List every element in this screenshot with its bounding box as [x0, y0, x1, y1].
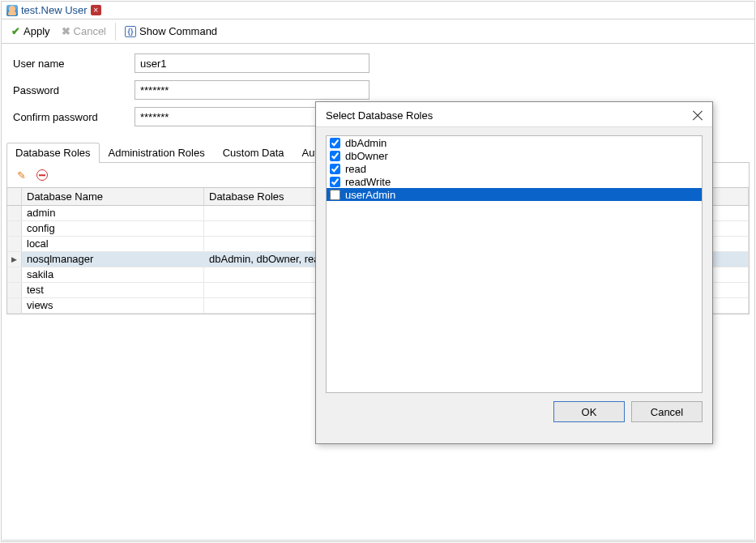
row-indicator — [7, 283, 22, 297]
show-command-label: Show Command — [139, 25, 217, 37]
role-label: readWrite — [345, 176, 391, 188]
row-indicator — [7, 206, 22, 220]
user-icon — [6, 5, 18, 16]
cell-database-name: config — [22, 221, 204, 236]
delete-minus-icon — [36, 169, 48, 181]
role-label: read — [345, 163, 366, 175]
dialog-close-button[interactable] — [691, 109, 704, 122]
role-checkbox[interactable] — [330, 138, 340, 148]
tab-custom-data[interactable]: Custom Data — [214, 143, 293, 163]
row-indicator — [7, 267, 22, 282]
row-indicator — [7, 237, 22, 251]
check-icon: ✔ — [11, 25, 20, 37]
row-indicator — [7, 252, 22, 267]
role-label: dbOwner — [345, 150, 388, 162]
role-checkbox[interactable] — [330, 177, 340, 187]
role-label: userAdmin — [345, 189, 395, 201]
document-tab-label: test.New User — [21, 4, 88, 16]
role-item-userAdmin[interactable]: userAdmin — [327, 188, 702, 201]
apply-label: Apply — [23, 25, 50, 37]
cell-database-name: admin — [22, 206, 204, 220]
roles-listbox[interactable]: dbAdmindbOwnerreadreadWriteuserAdmin — [326, 135, 703, 393]
close-tab-button[interactable]: × — [91, 5, 101, 15]
cancel-x-icon: ✖ — [62, 25, 70, 37]
role-label: dbAdmin — [345, 137, 387, 149]
cell-database-name: sakila — [22, 267, 204, 282]
confirm-password-label: Confirm password — [13, 111, 135, 123]
tab-administration-roles[interactable]: Administration Roles — [100, 143, 214, 163]
role-checkbox[interactable] — [330, 151, 340, 161]
username-input[interactable] — [135, 53, 369, 73]
tab-database-roles[interactable]: Database Roles — [6, 143, 100, 163]
role-item-readWrite[interactable]: readWrite — [327, 175, 702, 188]
command-icon: {} — [125, 26, 136, 37]
grid-header-name[interactable]: Database Name — [22, 188, 204, 205]
select-roles-dialog: Select Database Roles dbAdmindbOwnerread… — [315, 101, 713, 444]
dialog-cancel-button[interactable]: Cancel — [631, 401, 703, 422]
pencil-icon: ✎ — [17, 169, 26, 182]
row-indicator — [7, 221, 22, 236]
cell-database-name: local — [22, 237, 204, 251]
main-toolbar: ✔ Apply ✖ Cancel {} Show Command — [2, 19, 754, 44]
grid-indicator-header — [7, 188, 22, 205]
password-input[interactable] — [135, 80, 369, 100]
role-checkbox[interactable] — [330, 164, 340, 174]
row-indicator — [7, 298, 22, 313]
toolbar-separator — [115, 23, 116, 41]
role-item-read[interactable]: read — [327, 162, 702, 175]
delete-row-button[interactable] — [33, 166, 51, 184]
edit-row-button[interactable]: ✎ — [12, 166, 30, 184]
role-checkbox[interactable] — [330, 190, 340, 200]
cancel-button[interactable]: ✖ Cancel — [57, 24, 111, 39]
cancel-label: Cancel — [74, 25, 106, 37]
cell-database-name: views — [22, 298, 204, 313]
cell-database-name: nosqlmanager — [22, 252, 204, 267]
dialog-ok-button[interactable]: OK — [553, 401, 625, 422]
apply-button[interactable]: ✔ Apply — [6, 24, 55, 39]
role-item-dbAdmin[interactable]: dbAdmin — [327, 136, 702, 149]
cell-database-name: test — [22, 283, 204, 297]
document-tab[interactable]: test.New User × — [6, 4, 101, 16]
username-label: User name — [13, 58, 135, 70]
password-label: Password — [13, 84, 135, 96]
show-command-button[interactable]: {} Show Command — [120, 24, 222, 39]
role-item-dbOwner[interactable]: dbOwner — [327, 149, 702, 162]
dialog-title: Select Database Roles — [326, 109, 433, 122]
